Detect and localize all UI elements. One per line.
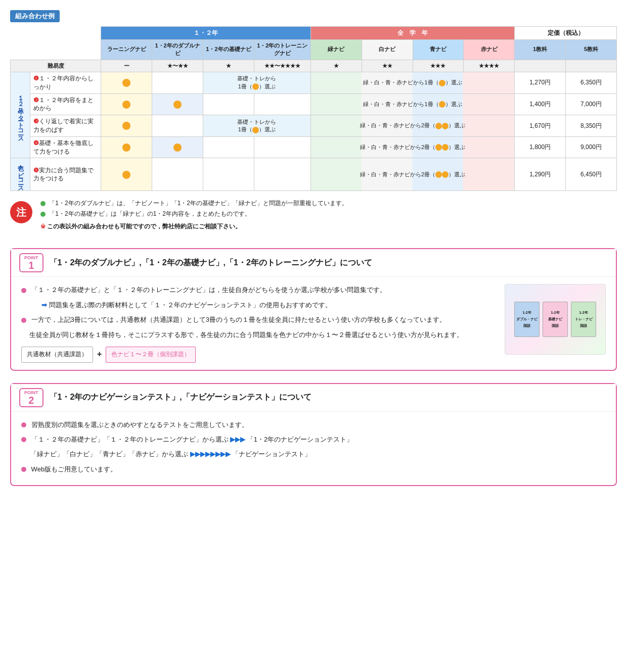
- c3-select: 緑・白・青・赤ナビから2冊（）選ぶ: [310, 115, 514, 137]
- c3-double: [152, 115, 203, 137]
- row-label-color: 色ナビコース: [11, 158, 30, 191]
- combo-box: 共通教材（共通課題） + 色ナビ１〜２冊（個別課題）: [21, 347, 495, 363]
- diff-1sub: [515, 60, 566, 72]
- diff-double: ★〜★★: [152, 60, 203, 72]
- book-image: 1-2年ダブル・ナビ国語 1-2年基礎ナビ国語 1-2年トレ・ナビ国語: [505, 284, 606, 355]
- c5-training: [254, 158, 310, 191]
- diff-kiso: ★: [203, 60, 254, 72]
- course4-name: ❹基礎・基本を徹底して力をつける: [30, 136, 101, 158]
- c2-price1: 1,400円: [515, 93, 566, 115]
- c4-select: 緑・白・青・赤ナビから2冊（）選ぶ: [310, 136, 514, 158]
- c3-learning: [101, 115, 152, 137]
- note-dot-2: [40, 212, 46, 217]
- combo-table: １・２年 全 学 年 定価（税込） ラーニングナビ 1・2年のダブルナビ 1・2…: [10, 26, 617, 191]
- book-spine: 1-2年ダブル・ナビ国語 1-2年基礎ナビ国語 1-2年トレ・ナビ国語: [514, 302, 596, 337]
- p1-line2: ➡ 問題集を選ぶ際の判断材料として「１・２年のナビゲーションテスト」の使用もおす…: [31, 299, 495, 311]
- p1-line1: 「１・２年の基礎ナビ」と「１・２年のトレーニングナビ」は，生徒自身がどちらを使う…: [21, 284, 495, 296]
- c1-double: [152, 72, 203, 93]
- point1-num: 1: [28, 260, 34, 271]
- c4-training: [254, 136, 310, 158]
- point1-section: POINT 1 「1・2年のダブルナビ」,「1・2年の基礎ナビ」,「1・2年のト…: [10, 248, 617, 370]
- point1-body-inner: 「１・２年の基礎ナビ」と「１・２年のトレーニングナビ」は，生徒自身がどちらを使う…: [21, 284, 606, 362]
- course5-name: ❺実力に合う問題集で力をつける: [30, 158, 101, 191]
- combo-tag-1: 共通教材（共通課題）: [21, 347, 93, 363]
- plus-sign: +: [97, 347, 102, 362]
- course-row-5: 色ナビコース ❺実力に合う問題集で力をつける 緑・白・青・赤ナビから2冊（）選ぶ…: [11, 158, 617, 191]
- notes-icon: 注: [10, 201, 32, 223]
- c4-price5: 9,000円: [566, 136, 617, 158]
- point2-body: 習熟度別の問題集を選ぶときのめやすとなるテストをご用意しています。 「１・２年の…: [11, 412, 616, 486]
- combo-tag-2: 色ナビ１〜２冊（個別課題）: [106, 347, 196, 363]
- p2-line1: 習熟度別の問題集を選ぶときのめやすとなるテストをご用意しています。: [21, 419, 606, 430]
- course-row-2: ❷１・２年内容をまとめから 緑・白・青・赤ナビから1冊（）選ぶ 1,400円 7…: [11, 93, 617, 115]
- course2-name: ❷１・２年内容をまとめから: [30, 93, 101, 115]
- p2-bullet2: [21, 437, 26, 442]
- point1-box: POINT 1 「1・2年のダブルナビ」,「1・2年の基礎ナビ」,「1・2年のト…: [10, 248, 617, 370]
- course1-name: ❶１・２年内容からしっかり: [30, 72, 101, 93]
- c5-learning: [101, 158, 152, 191]
- c1-price1: 1,270円: [515, 72, 566, 93]
- point1-text: 「１・２年の基礎ナビ」と「１・２年のトレーニングナビ」は，生徒自身がどちらを使う…: [21, 284, 495, 362]
- point1-body: 「１・２年の基礎ナビ」と「１・２年のトレーニングナビ」は，生徒自身がどちらを使う…: [11, 277, 616, 369]
- course-row-4: ❹基礎・基本を徹底して力をつける 緑・白・青・赤ナビから2冊（）選ぶ 1,800…: [11, 136, 617, 158]
- point2-num: 2: [28, 395, 34, 406]
- c3-price1: 1,670円: [515, 115, 566, 137]
- c4-kiso: [203, 136, 254, 158]
- book-double: 1-2年ダブル・ナビ国語: [514, 302, 540, 337]
- diff-learning: ー: [101, 60, 152, 72]
- p2-line2: 「１・２年の基礎ナビ」「１・２年のトレーニングナビ」から選ぶ ▶▶▶ 「1・2年…: [21, 434, 606, 445]
- diff-aka: ★★★★: [464, 60, 515, 72]
- c1-learning: [101, 72, 152, 93]
- point2-title: 「1・2年のナビゲーションテスト」,「ナビゲーションテスト」について: [50, 392, 311, 403]
- p1-line4: 生徒全員が同じ教材を１冊持ち，そこにプラスする形で，各生徒の力に合う問題集を色ナ…: [29, 329, 495, 341]
- note-item-2: 「1・2年の基礎ナビ」は「緑ナビ」の1・2年内容を，まとめたものです。: [40, 210, 617, 218]
- point2-header: POINT 2 「1・2年のナビゲーションテスト」,「ナビゲーションテスト」につ…: [11, 384, 616, 412]
- bullet1: [21, 288, 26, 293]
- course3-name: ❸くり返しで着実に実力をのばす: [30, 115, 101, 137]
- notes-section: 注 「1・2年のダブルナビ」は、「ナビノート」「1・2年の基礎ナビ」「緑ナビ」と…: [10, 199, 617, 233]
- point1-title: 「1・2年のダブルナビ」,「1・2年の基礎ナビ」,「1・2年のトレーニングナビ」…: [50, 258, 372, 268]
- diff-5sub: [566, 60, 617, 72]
- c2-learning: [101, 93, 152, 115]
- col-1subject: 1教科: [515, 39, 566, 60]
- c4-double: [152, 136, 203, 158]
- row-label-12: １・２年スタートコース: [11, 72, 30, 158]
- c5-price1: 1,290円: [515, 158, 566, 191]
- c2-training: [254, 93, 310, 115]
- header-price: 定価（税込）: [515, 27, 617, 40]
- col-ao: 青ナビ: [413, 39, 464, 60]
- col-5subject: 5教科: [566, 39, 617, 60]
- header-group-all: 全 学 年: [310, 27, 514, 40]
- book-training: 1-2年トレ・ナビ国語: [571, 302, 596, 337]
- c1-kiso-training: 基礎・トレから1冊（）選ぶ: [203, 72, 310, 93]
- combo-section: 組み合わせ例 １・２年 全 学 年 定価（税込） ラ: [10, 10, 617, 233]
- c2-select: 緑・白・青・赤ナビから1冊（）選ぶ: [310, 93, 514, 115]
- note-dot-1: [40, 201, 46, 206]
- note-item-1: 「1・2年のダブルナビ」は、「ナビノート」「1・2年の基礎ナビ」「緑ナビ」と問題…: [40, 199, 617, 208]
- diff-shiro: ★★: [362, 60, 413, 72]
- c2-price5: 7,000円: [566, 93, 617, 115]
- col-midori: 緑ナビ: [310, 39, 362, 60]
- c3-kiso-training: 基礎・トレから1冊（）選ぶ: [203, 115, 310, 137]
- c5-double: [152, 158, 203, 191]
- difficulty-label: 難易度: [11, 60, 101, 72]
- col-aka: 赤ナビ: [464, 39, 515, 60]
- diff-midori: ★: [310, 60, 362, 72]
- p2-line4: Web版もご用意しています。: [21, 463, 606, 475]
- c5-select: 緑・白・青・赤ナビから2冊（）選ぶ: [310, 158, 514, 191]
- diff-training: ★★〜★★★★: [254, 60, 310, 72]
- book-kiso: 1-2年基礎ナビ国語: [543, 302, 568, 337]
- c1-select: 緑・白・青・赤ナビから1冊（）選ぶ: [310, 72, 514, 93]
- c2-double: [152, 93, 203, 115]
- point1-badge: POINT 1: [19, 253, 43, 272]
- c5-kiso: [203, 158, 254, 191]
- p2-bullet1: [21, 422, 26, 427]
- point2-section: POINT 2 「1・2年のナビゲーションテスト」,「ナビゲーションテスト」につ…: [10, 383, 617, 487]
- combo-label: 組み合わせ例: [10, 10, 60, 22]
- header-group-12: １・２年: [101, 27, 311, 40]
- diff-ao: ★★★: [413, 60, 464, 72]
- col-kiso: 1・2年の基礎ナビ: [203, 39, 254, 60]
- notes-content: 「1・2年のダブルナビ」は、「ナビノート」「1・2年の基礎ナビ」「緑ナビ」と問題…: [40, 199, 617, 233]
- c4-learning: [101, 136, 152, 158]
- course-row-3: ❸くり返しで着実に実力をのばす 基礎・トレから1冊（）選ぶ 緑・白・青・赤ナビか…: [11, 115, 617, 137]
